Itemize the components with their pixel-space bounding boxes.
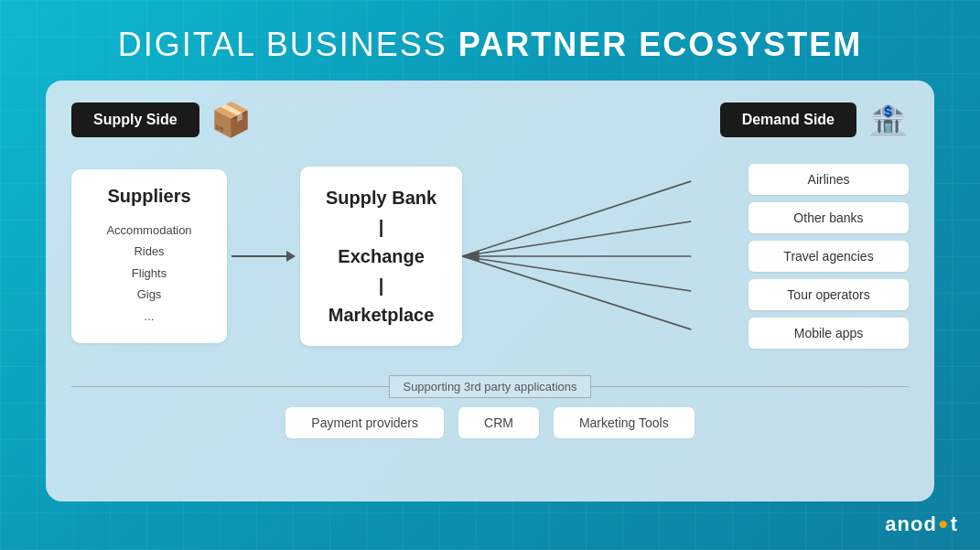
bottom-box-payment: Payment providers: [285, 407, 444, 438]
demand-item-travel-agencies: Travel agencies: [748, 241, 909, 272]
exchange-line3: Exchange: [326, 242, 436, 271]
diagram-area: Suppliers Accommodation Rides Flights Gi…: [71, 156, 909, 357]
suppliers-box: Suppliers Accommodation Rides Flights Gi…: [71, 169, 227, 343]
demand-side-label: Demand Side 🏦: [720, 101, 909, 139]
supplier-item: Gigs: [92, 284, 207, 305]
demand-side-icon: 🏦: [867, 101, 909, 139]
demand-item-mobile-apps: Mobile apps: [748, 318, 909, 349]
svg-line-3: [462, 256, 691, 291]
bottom-box-marketing: Marketing Tools: [554, 407, 695, 438]
supply-side-badge: Supply Side: [71, 102, 199, 137]
arrow-head: [286, 251, 296, 262]
bottom-boxes: Payment providers CRM Marketing Tools: [71, 407, 909, 438]
supply-side-icon: 📦: [210, 101, 252, 139]
supplier-item: Rides: [92, 241, 207, 262]
title-bold: PARTNER ECOSYSTEM: [458, 26, 862, 63]
demand-item-tour-operators: Tour operators: [748, 279, 909, 310]
supporting-label-row: Supporting 3rd party applications: [71, 375, 909, 398]
suppliers-title: Suppliers: [92, 186, 207, 207]
svg-line-4: [462, 256, 691, 329]
right-arrow: [232, 251, 296, 262]
svg-line-0: [462, 181, 691, 256]
exchange-box: Supply Bank | Exchange | Marketplace: [300, 167, 462, 346]
title-area: DIGITAL BUSINESS PARTNER ECOSYSTEM: [0, 0, 980, 81]
supply-side-label: Supply Side 📦: [71, 101, 252, 139]
supplier-item: ...: [92, 306, 207, 327]
supporting-label: Supporting 3rd party applications: [389, 375, 590, 398]
svg-marker-5: [462, 251, 479, 262]
bottom-box-crm: CRM: [458, 407, 539, 438]
supporting-line-left: [71, 386, 389, 387]
card-header: Supply Side 📦 Demand Side 🏦: [71, 101, 909, 139]
exchange-line2: |: [326, 212, 436, 242]
exchange-line1: Supply Bank: [326, 183, 436, 212]
suppliers-items: Accommodation Rides Flights Gigs ...: [92, 220, 207, 327]
page-title: DIGITAL BUSINESS PARTNER ECOSYSTEM: [0, 26, 980, 64]
svg-line-1: [462, 221, 691, 256]
main-card: Supply Side 📦 Demand Side 🏦 Suppliers Ac…: [46, 81, 934, 501]
exchange-content: Supply Bank | Exchange | Marketplace: [326, 183, 436, 329]
connector-section: [462, 156, 748, 357]
supplier-item: Flights: [92, 263, 207, 284]
supporting-line-right: [591, 386, 909, 387]
bottom-section: Supporting 3rd party applications Paymen…: [71, 375, 909, 438]
anodot-logo: anod•t: [885, 512, 958, 537]
arrow-line: [232, 255, 286, 257]
demand-item-other-banks: Other banks: [748, 202, 909, 233]
connector-svg: [462, 156, 748, 357]
exchange-line5: Marketplace: [326, 300, 436, 329]
demand-side-badge: Demand Side: [720, 102, 856, 137]
anodot-dot-icon: •: [939, 512, 949, 537]
exchange-line4: |: [326, 271, 436, 300]
anodot-t: t: [951, 512, 958, 536]
arrow-to-exchange: [227, 251, 300, 262]
anodot-text: anod: [885, 512, 937, 536]
title-prefix: DIGITAL BUSINESS: [118, 26, 458, 63]
demand-items: Airlines Other banks Travel agencies Tou…: [748, 164, 909, 349]
demand-item-airlines: Airlines: [748, 164, 909, 195]
supplier-item: Accommodation: [92, 220, 207, 241]
